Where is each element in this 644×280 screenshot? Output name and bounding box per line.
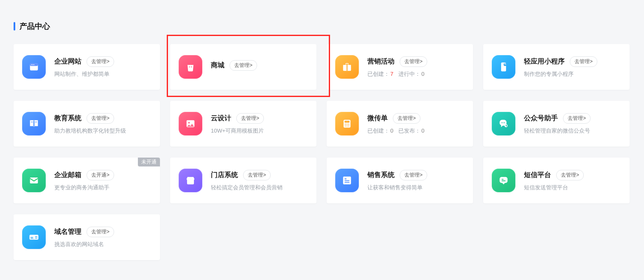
stats-created-value: 7	[390, 71, 393, 77]
card-body: 教育系统去管理>助力教培机构数字化转型升级	[54, 113, 151, 135]
svg-rect-32	[500, 177, 508, 183]
card-stats: 已创建：0已发布：0	[367, 127, 465, 135]
message-icon	[492, 169, 515, 192]
svg-point-25	[504, 122, 504, 123]
card-title-row: 轻应用小程序去管理>	[524, 56, 621, 67]
card-title: 商城	[211, 61, 224, 70]
phone-icon	[492, 55, 515, 79]
manage-button[interactable]: 去管理>	[87, 227, 114, 237]
product-card-store[interactable]: 门店系统去管理>轻松搞定会员管理和会员营销	[170, 158, 316, 203]
card-title-row: 门店系统去管理>	[211, 170, 308, 180]
svg-point-18	[345, 124, 346, 125]
stats-progress-label: 已发布：	[398, 128, 420, 134]
svg-rect-37	[35, 236, 37, 237]
card-title-row: 教育系统去管理>	[54, 113, 151, 124]
card-title: 教育系统	[54, 114, 81, 123]
card-title: 营销活动	[367, 57, 395, 66]
card-title: 轻应用小程序	[524, 57, 565, 66]
svg-rect-17	[344, 121, 350, 123]
product-card-sales[interactable]: 销售系统去管理>让获客和销售变得简单	[327, 158, 473, 203]
stats-progress-label: 进行中：	[398, 71, 420, 77]
chat-icon	[492, 112, 515, 136]
status-badge: 未开通	[138, 158, 160, 166]
manage-button[interactable]: 去管理>	[556, 170, 584, 180]
product-card-marketing[interactable]: 营销活动去管理>已创建：7进行中：0	[327, 44, 473, 90]
svg-point-20	[348, 124, 349, 125]
product-card-mail[interactable]: 企业邮箱去开通>更专业的商务沟通助手未开通	[14, 158, 160, 203]
product-card-mall[interactable]: 商城去管理>	[170, 44, 316, 90]
product-card-mp-assistant[interactable]: 公众号助手去管理>轻松管理自家的微信公众号	[483, 101, 630, 147]
product-card-design[interactable]: 云设计去管理>10W+可商用模板图片	[170, 101, 316, 147]
domain-icon: W.	[22, 225, 46, 249]
svg-point-11	[504, 63, 507, 66]
product-card-edu[interactable]: 教育系统去管理>助力教培机构数字化转型升级	[14, 101, 160, 147]
calc-icon	[335, 112, 359, 136]
card-body: 门店系统去管理>轻松搞定会员管理和会员营销	[211, 170, 308, 191]
card-title-row: 商城去管理>	[211, 60, 308, 71]
card-subtitle: 更专业的商务沟通助手	[54, 184, 151, 191]
svg-point-24	[501, 122, 502, 123]
product-card-site[interactable]: 企业网站去管理>网站制作、维护都简单	[14, 44, 160, 90]
card-title-row: 营销活动去管理>	[367, 56, 465, 67]
stats-progress-value: 0	[421, 71, 424, 77]
manage-button[interactable]: 去管理>	[400, 56, 427, 67]
svg-point-6	[191, 67, 192, 67]
card-title: 销售系统	[367, 171, 395, 180]
svg-point-4	[34, 64, 34, 65]
manage-button[interactable]: 去管理>	[393, 113, 420, 124]
card-body: 域名管理去管理>挑选喜欢的网站域名	[54, 227, 151, 248]
mail-icon	[22, 169, 46, 192]
card-title-row: 企业网站去管理>	[54, 56, 151, 67]
manage-button[interactable]: 去开通>	[87, 170, 114, 180]
accent-bar-icon	[14, 22, 15, 30]
svg-point-5	[189, 67, 190, 67]
card-title-row: 短信平台去管理>	[524, 170, 621, 180]
product-card-flyer[interactable]: 微传单去管理>已创建：0已发布：0	[327, 101, 473, 147]
stats-progress-value: 0	[421, 128, 424, 134]
stats-created-label: 已创建：	[367, 71, 389, 77]
card-stats: 已创建：7进行中：0	[367, 70, 465, 78]
card-subtitle: 让获客和销售变得简单	[367, 184, 465, 191]
manage-button[interactable]: 去管理>	[87, 113, 114, 124]
card-subtitle: 挑选喜欢的网站域名	[54, 241, 151, 248]
manage-button[interactable]: 去管理>	[563, 113, 591, 124]
card-body: 云设计去管理>10W+可商用模板图片	[211, 113, 308, 135]
annotation-arrow	[0, 269, 644, 280]
card-title: 企业网站	[54, 57, 81, 66]
card-title: 短信平台	[524, 171, 551, 180]
list-icon	[335, 169, 359, 192]
card-title: 门店系统	[211, 171, 238, 180]
svg-rect-34	[501, 180, 505, 181]
card-title-row: 销售系统去管理>	[367, 170, 465, 180]
card-body: 轻应用小程序去管理>制作您的专属小程序	[524, 56, 621, 78]
book-icon	[22, 112, 46, 136]
window-icon	[22, 55, 46, 79]
svg-rect-30	[344, 180, 350, 181]
card-subtitle: 轻松搞定会员管理和会员营销	[211, 184, 308, 191]
card-subtitle: 制作您的专属小程序	[524, 70, 621, 78]
manage-button[interactable]: 去管理>	[570, 56, 597, 67]
manage-button[interactable]: 去管理>	[230, 60, 257, 71]
svg-point-23	[348, 125, 349, 126]
stats-created-value: 0	[390, 128, 393, 134]
card-title-row: 公众号助手去管理>	[524, 113, 621, 124]
card-body: 微传单去管理>已创建：0已发布：0	[367, 113, 465, 135]
svg-rect-29	[344, 178, 347, 179]
svg-point-2	[31, 64, 32, 65]
card-title-row: 微传单去管理>	[367, 113, 465, 124]
product-card-domain[interactable]: W.域名管理去管理>挑选喜欢的网站域名	[14, 214, 160, 260]
product-card-sms[interactable]: 短信平台去管理>短信发送管理平台	[483, 158, 630, 203]
card-subtitle: 短信发送管理平台	[524, 184, 621, 191]
store-icon	[179, 169, 202, 192]
section-title: 产品中心	[20, 21, 50, 31]
manage-button[interactable]: 去管理>	[87, 56, 114, 67]
manage-button[interactable]: 去管理>	[243, 170, 271, 180]
manage-button[interactable]: 去管理>	[400, 170, 427, 180]
card-subtitle: 轻松管理自家的微信公众号	[524, 127, 621, 135]
svg-rect-31	[344, 182, 350, 183]
manage-button[interactable]: 去管理>	[236, 113, 264, 124]
gift-icon	[335, 55, 359, 79]
card-title-row: 企业邮箱去开通>	[54, 170, 151, 180]
card-title: 域名管理	[54, 227, 81, 236]
product-card-miniapp[interactable]: 轻应用小程序去管理>制作您的专属小程序	[483, 44, 630, 90]
